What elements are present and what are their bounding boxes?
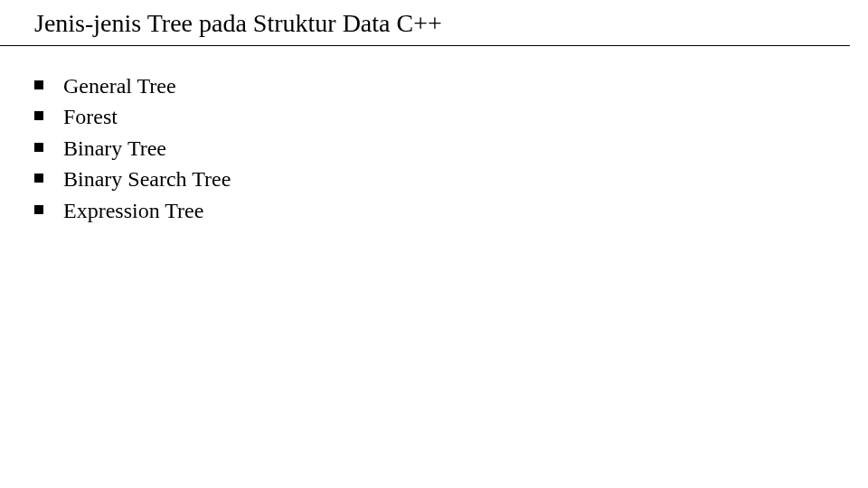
list-item-text: General Tree [63,71,176,100]
square-bullet-icon [34,174,43,183]
list-item: Expression Tree [34,196,868,225]
list-item: Binary Search Tree [34,164,868,193]
square-bullet-icon [34,80,43,89]
bullet-list: General Tree Forest Binary Tree Binary S… [34,71,868,225]
list-item-text: Binary Search Tree [63,164,231,193]
list-item: Forest [34,102,868,131]
list-item: General Tree [34,71,868,100]
list-item-text: Forest [63,102,118,131]
square-bullet-icon [34,143,43,152]
square-bullet-icon [34,111,43,120]
list-item-text: Binary Tree [63,134,166,163]
slide-content: General Tree Forest Binary Tree Binary S… [0,46,868,225]
square-bullet-icon [34,205,43,214]
slide-container: Jenis-jenis Tree pada Struktur Data C++ … [0,9,868,488]
list-item-text: Expression Tree [63,196,203,225]
slide-title: Jenis-jenis Tree pada Struktur Data C++ [0,9,850,46]
list-item: Binary Tree [34,134,868,163]
